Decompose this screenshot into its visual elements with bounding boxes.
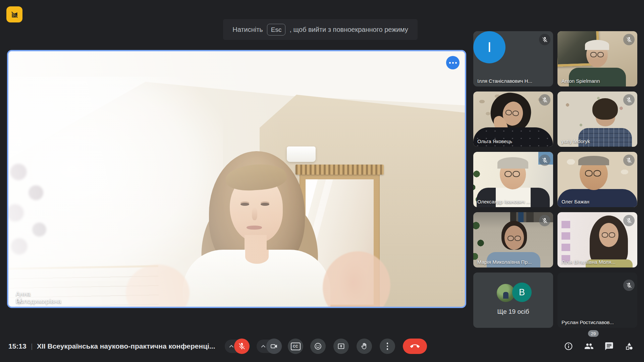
camera-icon (270, 342, 278, 350)
participant-name: Руслан Ростиславов... (561, 319, 614, 325)
meet-fullscreen-window: Натисніть Esc , щоб вийти з повноекранно… (0, 0, 644, 362)
mic-off-icon (539, 215, 550, 226)
glasses (507, 236, 521, 240)
participant-name: yuriy fedoryk (561, 138, 590, 144)
camera-disabled-icon (10, 10, 19, 19)
participant-name: Марія Миколаївна Пр... (477, 259, 532, 265)
person-hair (592, 98, 618, 120)
mic-off-icon (623, 34, 635, 45)
overflow-tile[interactable]: B Ще 19 осіб (473, 273, 553, 328)
participant-tile[interactable]: Лілія Віталіївна Моля... (557, 212, 637, 267)
banner-text-press: Натисніть (232, 26, 263, 34)
glasses (590, 52, 604, 57)
mic-off-icon (623, 215, 635, 226)
captions-button[interactable]: CC (288, 339, 303, 354)
participant-tile[interactable]: І Ілля Станіславович Н... (473, 31, 553, 86)
activities-button[interactable] (625, 342, 634, 351)
participant-tile[interactable]: Олександр Іванович ... (473, 152, 553, 207)
more-options-button[interactable] (446, 56, 460, 69)
end-call-icon (410, 342, 420, 351)
info-icon (564, 342, 573, 351)
person-hair (585, 40, 609, 50)
reactions-button[interactable] (310, 339, 326, 354)
meeting-title: XII Всеукраїнська науково-практична конф… (37, 342, 215, 350)
raise-hand-button[interactable] (357, 339, 372, 354)
more-options-icon (387, 343, 388, 350)
divider: | (31, 342, 33, 350)
participant-tile[interactable]: yuriy fedoryk (557, 92, 637, 147)
mic-off-icon (623, 280, 635, 291)
scene-light-wash (8, 51, 465, 307)
participant-name: Олександр Іванович ... (477, 199, 530, 204)
participant-name: Лілія Віталіївна Моля... (561, 259, 615, 265)
mic-off-icon (539, 94, 550, 106)
banner-text-rest: , щоб вийти з повноекранного режиму (289, 26, 408, 34)
participant-name: Ілля Станіславович Н... (477, 78, 532, 84)
chat-button[interactable] (604, 342, 614, 351)
participant-name: Anton Spielmann (561, 78, 600, 84)
glasses (505, 110, 519, 116)
participant-tile[interactable]: Руслан Ростиславов... (557, 273, 637, 328)
overflow-count-label: Ще 19 осіб (473, 308, 553, 315)
pinned-participant-name: Анна Володимирівна Гедьо (16, 290, 61, 308)
glasses (504, 171, 520, 176)
scene-decor (561, 218, 570, 262)
people-icon (584, 342, 594, 351)
meeting-info-button[interactable] (564, 342, 573, 351)
person-hair (578, 156, 609, 165)
participant-tile[interactable]: Марія Миколаївна Пр... (473, 212, 553, 267)
camera-button[interactable] (266, 339, 282, 354)
mic-off-icon (623, 94, 635, 106)
overflow-avatars: B (473, 273, 553, 328)
more-options-button[interactable] (380, 339, 395, 354)
activities-icon (625, 342, 634, 351)
pinned-video-tile[interactable]: Анна Володимирівна Гедьо (7, 50, 466, 308)
mic-off-icon (623, 155, 635, 166)
mic-off-icon (539, 34, 550, 45)
fullscreen-exit-banner: Натисніть Esc , щоб вийти з повноекранно… (223, 19, 418, 40)
esc-key-label: Esc (267, 24, 286, 36)
raise-hand-icon (360, 342, 368, 350)
people-button[interactable] (584, 342, 594, 351)
avatar: B (512, 283, 532, 302)
clock: 15:13 (8, 342, 26, 350)
end-call-button[interactable] (403, 339, 427, 354)
present-screen-icon (337, 342, 345, 350)
participant-count-badge: 29 (588, 330, 599, 337)
participant-tile[interactable]: Ольга Яковець (473, 92, 553, 147)
chat-icon (604, 342, 614, 351)
mic-off-icon (539, 155, 550, 166)
person-hair (497, 157, 528, 169)
glasses (602, 232, 615, 237)
mic-mute-button[interactable] (234, 339, 250, 354)
avatar-initial: І (487, 39, 491, 55)
glasses (585, 170, 601, 176)
avatar: І (473, 31, 505, 63)
captions-icon: CC (291, 343, 301, 350)
present-screen-button[interactable] (333, 339, 349, 354)
participant-name: Олег Бажан (561, 199, 589, 204)
camera-disabled-badge[interactable] (6, 6, 22, 22)
reactions-icon (314, 342, 322, 350)
avatar-initial: B (519, 287, 525, 298)
participant-name: Ольга Яковець (477, 138, 512, 144)
participant-tile[interactable]: Anton Spielmann (557, 31, 637, 86)
participant-tile[interactable]: Олег Бажан (557, 152, 637, 207)
